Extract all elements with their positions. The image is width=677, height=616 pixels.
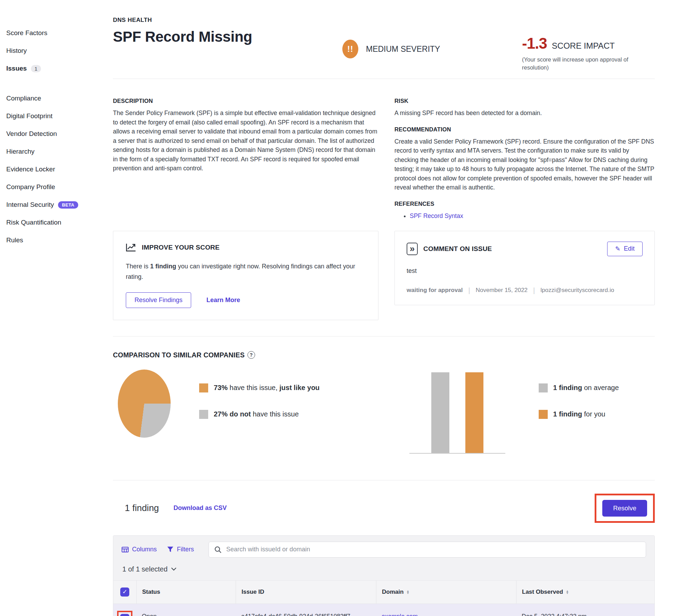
issue-category: DNS HEALTH: [113, 17, 342, 24]
sidebar-item-evidence-locker[interactable]: Evidence Locker: [6, 165, 87, 173]
header-status[interactable]: Status: [136, 581, 236, 603]
comment-date: November 15, 2022: [476, 287, 528, 294]
table-search: [209, 542, 646, 558]
sidebar-item-score-factors[interactable]: Score Factors: [6, 29, 87, 37]
average-bar: [431, 372, 449, 453]
learn-more-link[interactable]: Learn More: [206, 297, 240, 304]
risk-heading: RISK: [394, 98, 655, 104]
comment-author: lpozzi@securityscorecard.io: [540, 287, 614, 294]
sidebar-item-risk-quantification[interactable]: Risk Quantification: [6, 219, 87, 226]
sort-icon[interactable]: ▲▼: [566, 590, 569, 594]
pencil-icon: ✎: [615, 245, 620, 253]
section-divider: [113, 480, 655, 480]
section-divider: [113, 336, 655, 337]
findings-count: 1 finding: [125, 503, 159, 513]
comparison-heading-row: COMPARISON TO SIMILAR COMPANIES ?: [113, 351, 655, 359]
columns-button[interactable]: Columns: [122, 546, 157, 553]
recommendation-heading: RECOMMENDATION: [394, 126, 655, 133]
resolve-findings-button[interactable]: Resolve Findings: [126, 292, 191, 308]
line-chart-icon: [126, 243, 136, 252]
sidebar-item-label: History: [6, 47, 27, 55]
header-checkbox-cell: ✓: [113, 581, 136, 603]
columns-grid-icon: [122, 547, 129, 552]
description-body: The Sender Policy Framework (SPF) is a s…: [113, 108, 378, 173]
main-content: DNS HEALTH SPF Record Missing !! MEDIUM …: [87, 0, 677, 616]
sort-icon[interactable]: ▲▼: [406, 590, 409, 594]
sidebar-item-history[interactable]: History: [6, 47, 87, 55]
references-list: SPF Record Syntax: [410, 211, 655, 220]
sidebar-item-label: Digital Footprint: [6, 112, 52, 120]
spf-record-syntax-link[interactable]: SPF Record Syntax: [410, 212, 463, 219]
sidebar-item-digital-footprint[interactable]: Digital Footprint: [6, 112, 87, 120]
comment-meta: waiting for approval | November 15, 2022…: [407, 286, 643, 294]
legend-item: 1 finding on average: [539, 383, 619, 392]
header-domain[interactable]: Domain ▲▼: [376, 581, 516, 603]
edit-comment-button[interactable]: ✎ Edit: [607, 242, 643, 256]
search-icon: [214, 546, 221, 553]
resolve-button[interactable]: Resolve: [602, 500, 647, 517]
legend-item: 1 finding for you: [539, 410, 619, 419]
findings-table-card: Columns Filters 1 of 1 selected: [113, 535, 655, 616]
risk-column: RISK A missing SPF record has been detec…: [394, 79, 655, 220]
reference-item: SPF Record Syntax: [410, 211, 655, 220]
pie-chart: [118, 370, 171, 438]
filter-funnel-icon: [167, 546, 173, 552]
sidebar: Score Factors History Issues 1 Complianc…: [0, 0, 87, 616]
selected-count-dropdown[interactable]: 1 of 1 selected: [113, 561, 654, 580]
table-row: ✓ Open a417efa4-dc46-50db-924d-36f651083…: [113, 604, 654, 616]
issues-count-badge: 1: [31, 65, 41, 72]
page-header: DNS HEALTH SPF Record Missing !! MEDIUM …: [113, 17, 655, 79]
help-icon[interactable]: ?: [247, 351, 255, 359]
sidebar-item-vendor-detection[interactable]: Vendor Detection: [6, 130, 87, 138]
sidebar-item-label: Hierarchy: [6, 148, 34, 155]
medium-severity-icon: !!: [342, 40, 358, 58]
cell-issue-id: a417efa4-dc46-50db-924d-36f651083ff7: [236, 604, 376, 616]
bar-legend: 1 finding on average 1 finding for you: [539, 383, 619, 419]
score-impact-value: -1.3: [522, 35, 547, 52]
description-heading: DESCRIPTION: [113, 98, 378, 104]
sidebar-item-label: Compliance: [6, 95, 41, 102]
pie-legend: 73% have this issue, just like you 27% d…: [199, 383, 320, 419]
score-impact-block: -1.3 SCORE IMPACT (Your score will incre…: [522, 35, 655, 72]
sidebar-item-label: Rules: [6, 236, 23, 244]
improve-your-score-card: IMPROVE YOUR SCORE There is 1 finding yo…: [113, 231, 378, 320]
beta-badge: BETA: [58, 201, 78, 209]
sidebar-item-rules[interactable]: Rules: [6, 236, 87, 244]
title-block: DNS HEALTH SPF Record Missing: [113, 17, 342, 45]
sidebar-item-label: Risk Quantification: [6, 219, 61, 226]
risk-body: A missing SPF record has been detected f…: [394, 108, 655, 118]
legend-item: 27% do not have this issue: [199, 410, 320, 419]
improve-card-title: IMPROVE YOUR SCORE: [142, 244, 220, 251]
sidebar-item-internal-security[interactable]: Internal Security BETA: [6, 201, 87, 209]
row-checkbox-cell: ✓: [113, 604, 136, 616]
sidebar-item-label: Score Factors: [6, 29, 47, 37]
findings-header-row: 1 finding Download as CSV Resolve: [113, 494, 655, 523]
domain-link[interactable]: example.com: [382, 613, 418, 616]
select-all-checkbox[interactable]: ✓: [120, 587, 129, 597]
download-csv-link[interactable]: Download as CSV: [173, 504, 227, 512]
header-issue-id[interactable]: Issue ID: [236, 581, 376, 603]
comment-card-title: COMMENT ON ISSUE: [423, 245, 492, 253]
sidebar-item-company-profile[interactable]: Company Profile: [6, 183, 87, 191]
orange-swatch: [539, 410, 548, 419]
search-input[interactable]: [226, 546, 640, 553]
header-last-observed[interactable]: Last Observed ▲▼: [516, 581, 654, 603]
sidebar-item-hierarchy[interactable]: Hierarchy: [6, 148, 87, 155]
improve-card-text: There is 1 finding you can investigate r…: [126, 261, 366, 282]
comment-status: waiting for approval: [407, 287, 463, 294]
gray-swatch: [199, 410, 208, 419]
app-root: Score Factors History Issues 1 Complianc…: [0, 0, 677, 616]
comment-body: test: [407, 267, 643, 275]
sidebar-item-compliance[interactable]: Compliance: [6, 95, 87, 102]
filters-button[interactable]: Filters: [167, 546, 194, 553]
sidebar-item-issues[interactable]: Issues 1: [6, 65, 87, 72]
cell-status: Open: [136, 604, 236, 616]
table-toolbar: Columns Filters: [113, 536, 654, 561]
severity-label: MEDIUM SEVERITY: [366, 44, 440, 54]
sidebar-item-label: Issues: [6, 65, 27, 72]
orange-swatch: [199, 383, 208, 392]
row-checkbox[interactable]: ✓: [120, 614, 129, 616]
legend-item: 73% have this issue, just like you: [199, 383, 320, 392]
score-impact-label: SCORE IMPACT: [552, 41, 615, 51]
gray-swatch: [539, 383, 548, 392]
